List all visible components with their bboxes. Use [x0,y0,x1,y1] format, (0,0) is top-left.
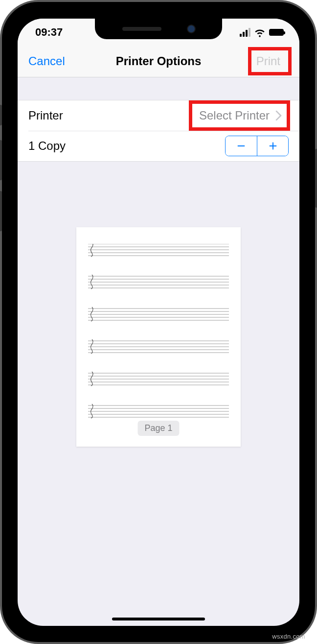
wifi-icon [254,27,265,38]
copies-row: 1 Copy [28,131,299,161]
plus-icon [268,141,278,151]
print-button[interactable]: Print [256,54,280,68]
copies-decrement-button[interactable] [226,136,257,156]
print-button-highlight: Print [248,47,292,75]
phone-frame: 09:37 Cancel Printer Options Print [8,9,309,636]
printer-row[interactable]: Printer Select Printer [18,100,299,131]
print-settings-group: Printer Select Printer 1 Copy [18,100,299,162]
home-indicator[interactable] [112,618,205,620]
print-preview: Page 1 [18,162,299,447]
printer-label: Printer [28,109,63,122]
printer-value: Select Printer [199,109,270,122]
preview-page-1[interactable]: Page 1 [76,227,241,447]
copies-increment-button[interactable] [257,136,288,156]
page-content-icon [88,244,229,430]
navbar: Cancel Printer Options Print [18,46,299,77]
copies-label: 1 Copy [28,139,66,153]
screen: 09:37 Cancel Printer Options Print [18,19,299,626]
notch [95,19,222,39]
page-number-badge: Page 1 [137,421,179,436]
chevron-right-icon [275,111,282,120]
cellular-icon [240,28,250,37]
select-printer-highlight: Select Printer [189,100,290,131]
copies-stepper [225,136,289,156]
watermark-text: wsxdn.com [272,633,305,640]
minus-icon [236,141,247,151]
status-time: 09:37 [35,26,63,39]
battery-icon [269,29,284,36]
cancel-button[interactable]: Cancel [28,54,65,68]
